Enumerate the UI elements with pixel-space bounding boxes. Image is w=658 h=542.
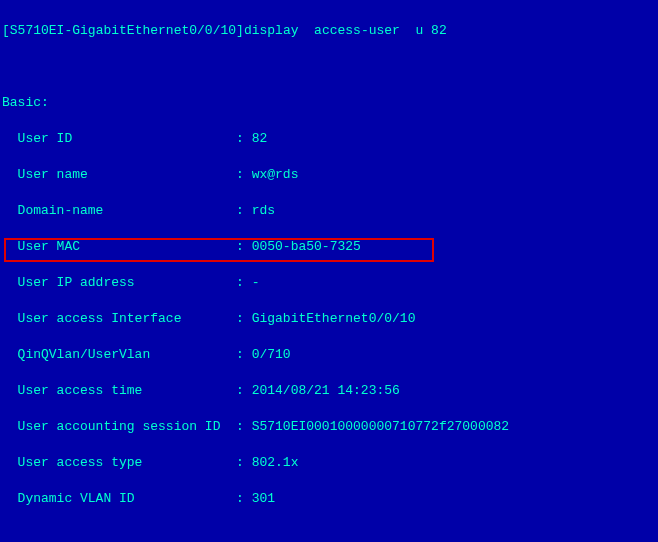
prompt-bracket-close: ] xyxy=(236,23,244,38)
row-value: : 0050-ba50-7325 xyxy=(236,239,361,254)
row-value: : - xyxy=(236,275,259,290)
row-value: : rds xyxy=(236,203,275,218)
basic-row: User access Interface : GigabitEthernet0… xyxy=(2,310,656,328)
row-label: User access Interface xyxy=(2,311,236,326)
row-label: Domain-name xyxy=(2,203,236,218)
row-label: User access type xyxy=(2,455,236,470)
row-value: : GigabitEthernet0/0/10 xyxy=(236,311,415,326)
row-label: QinQVlan/UserVlan xyxy=(2,347,236,362)
command-1: display access-user u 82 xyxy=(244,23,447,38)
basic-row: User name : wx@rds xyxy=(2,166,656,184)
basic-row: User access time : 2014/08/21 14:23:56 xyxy=(2,382,656,400)
row-label: User access time xyxy=(2,383,236,398)
basic-row: QinQVlan/UserVlan : 0/710 xyxy=(2,346,656,364)
device-name: S5710EI xyxy=(10,23,65,38)
basic-row: User accounting session ID : S5710EI0001… xyxy=(2,418,656,436)
row-value: : 2014/08/21 14:23:56 xyxy=(236,383,400,398)
row-value: : 301 xyxy=(236,491,275,506)
row-value: : wx@rds xyxy=(236,167,298,182)
basic-heading: Basic: xyxy=(2,94,656,112)
basic-row-dynamic-vlan: Dynamic VLAN ID : 301 xyxy=(2,490,656,508)
basic-row: User IP address : - xyxy=(2,274,656,292)
basic-row: User access type : 802.1x xyxy=(2,454,656,472)
basic-row: Domain-name : rds xyxy=(2,202,656,220)
prompt-line-1: [S5710EI-GigabitEthernet0/0/10]display a… xyxy=(2,22,656,40)
row-label: User accounting session ID xyxy=(2,419,236,434)
blank-line xyxy=(2,58,656,76)
terminal-output: [S5710EI-GigabitEthernet0/0/10]display a… xyxy=(0,0,658,542)
row-label: User IP address xyxy=(2,275,236,290)
row-value: : 0/710 xyxy=(236,347,291,362)
row-value: : 802.1x xyxy=(236,455,298,470)
row-value: : 82 xyxy=(236,131,267,146)
prompt-bracket-open: [ xyxy=(2,23,10,38)
basic-row: User MAC : 0050-ba50-7325 xyxy=(2,238,656,256)
row-label: User ID xyxy=(2,131,236,146)
row-label: Dynamic VLAN ID xyxy=(2,491,236,506)
interface-context: -GigabitEthernet0/0/10 xyxy=(64,23,236,38)
blank-line xyxy=(2,526,656,542)
row-label: User name xyxy=(2,167,236,182)
basic-row: User ID : 82 xyxy=(2,130,656,148)
row-value: : S5710EI00010000000710772f27000082 xyxy=(236,419,509,434)
row-label: User MAC xyxy=(2,239,236,254)
